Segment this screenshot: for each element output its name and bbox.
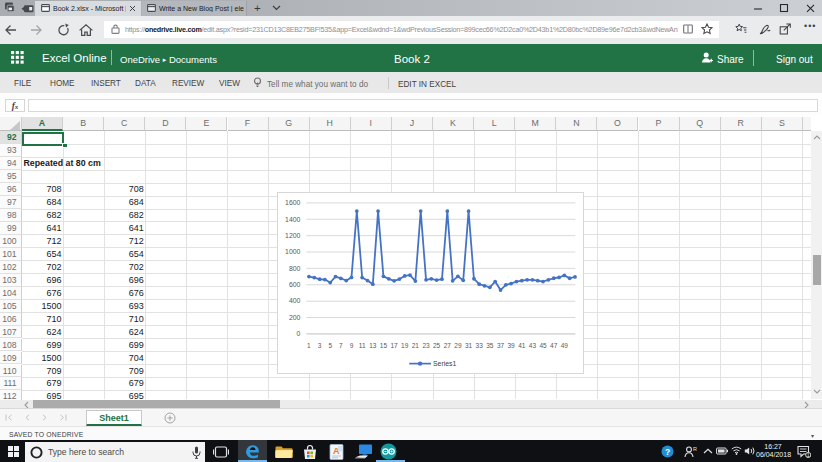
svg-text:33: 33 <box>476 342 484 349</box>
svg-text:45: 45 <box>539 342 547 349</box>
svg-text:39: 39 <box>507 342 515 349</box>
svg-text:29: 29 <box>454 342 462 349</box>
svg-text:41: 41 <box>518 342 526 349</box>
svg-text:0: 0 <box>297 330 301 337</box>
svg-text:1: 1 <box>807 451 810 457</box>
svg-text:19: 19 <box>401 342 409 349</box>
svg-text:25: 25 <box>433 342 441 349</box>
svg-text:3: 3 <box>318 342 322 349</box>
svg-text:1200: 1200 <box>285 232 301 239</box>
svg-text:800: 800 <box>289 265 301 272</box>
svg-text:9: 9 <box>350 342 354 349</box>
svg-text:37: 37 <box>497 342 505 349</box>
svg-text:1: 1 <box>307 342 311 349</box>
svg-text:1400: 1400 <box>285 216 301 223</box>
svg-text:5: 5 <box>328 342 332 349</box>
svg-text:1000: 1000 <box>285 248 301 255</box>
svg-text:1600: 1600 <box>285 199 301 206</box>
svg-text:Series1: Series1 <box>433 360 457 367</box>
svg-text:31: 31 <box>465 342 473 349</box>
svg-text:15: 15 <box>380 342 388 349</box>
svg-text:27: 27 <box>444 342 452 349</box>
svg-text:R: R <box>693 446 697 452</box>
svg-text:13: 13 <box>369 342 377 349</box>
svg-text:400: 400 <box>289 297 301 304</box>
svg-text:21: 21 <box>412 342 420 349</box>
svg-text:?: ? <box>665 447 670 457</box>
svg-text:35: 35 <box>486 342 494 349</box>
svg-text:47: 47 <box>550 342 558 349</box>
svg-text:7: 7 <box>339 342 343 349</box>
svg-text:17: 17 <box>390 342 398 349</box>
svg-text:49: 49 <box>561 342 569 349</box>
svg-text:200: 200 <box>289 314 301 321</box>
svg-text:600: 600 <box>289 281 301 288</box>
svg-text:43: 43 <box>529 342 537 349</box>
svg-text:11: 11 <box>359 342 366 349</box>
svg-text:23: 23 <box>422 342 430 349</box>
